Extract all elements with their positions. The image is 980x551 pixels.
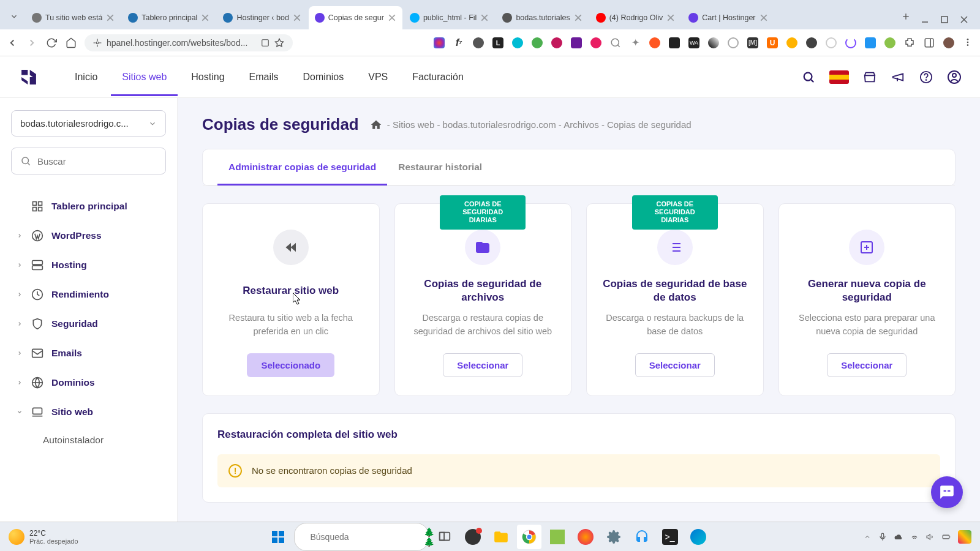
start-button[interactable] <box>266 525 290 549</box>
browser-tab[interactable]: Tablero principal <box>122 6 216 29</box>
sidebar-item-tablero-principal[interactable]: Tablero principal <box>11 192 166 221</box>
edge-app[interactable] <box>686 525 710 549</box>
tab-administrar-copias-de-seguridad[interactable]: Administrar copias de seguridad <box>217 149 387 185</box>
topnav-item-inicio[interactable]: Inicio <box>64 58 108 96</box>
account-icon[interactable] <box>947 70 962 84</box>
ext-icon[interactable]: L <box>492 37 503 48</box>
profile-avatar[interactable] <box>943 37 954 48</box>
browser-tab[interactable]: Hostinger ‹ bod <box>217 6 307 29</box>
url-input[interactable]: hpanel.hostinger.com/websites/bod... <box>85 34 293 51</box>
ext-icon[interactable]: [M] <box>747 37 758 48</box>
forward-button[interactable] <box>26 37 38 49</box>
tab-restaurar-historial[interactable]: Restaurar historial <box>387 149 493 185</box>
topnav-item-hosting[interactable]: Hosting <box>180 58 235 96</box>
browser-tab[interactable]: Copias de segur <box>309 6 402 29</box>
sidepanel-button[interactable] <box>924 37 935 48</box>
close-icon[interactable] <box>666 13 675 22</box>
select-button[interactable]: Seleccionar <box>827 353 907 377</box>
window-close[interactable] <box>960 15 969 23</box>
ext-icon[interactable] <box>806 37 817 48</box>
close-icon[interactable] <box>201 13 209 22</box>
close-icon[interactable] <box>388 13 396 22</box>
ext-icon[interactable] <box>826 37 837 48</box>
close-icon[interactable] <box>480 13 489 22</box>
sidebar-item-seguridad[interactable]: Seguridad <box>11 309 166 339</box>
ext-icon[interactable] <box>590 37 601 48</box>
home-button[interactable] <box>65 37 77 49</box>
select-button[interactable]: Seleccionado <box>247 353 334 377</box>
help-icon[interactable] <box>919 70 933 84</box>
ext-icon[interactable] <box>512 37 523 48</box>
task-view[interactable] <box>432 525 457 549</box>
select-button[interactable]: Seleccionar <box>443 353 522 377</box>
ext-icon[interactable]: ✦ <box>630 37 641 48</box>
terminal-app[interactable]: >_ <box>658 525 682 549</box>
tab-list-dropdown[interactable] <box>5 7 23 26</box>
ext-icon[interactable] <box>845 37 856 48</box>
back-button[interactable] <box>6 37 18 49</box>
topnav-item-vps[interactable]: VPS <box>357 58 399 96</box>
browser-tab[interactable]: (4) Rodrigo Oliv <box>590 6 682 29</box>
weather-widget[interactable]: 22°C Prác. despejado <box>9 529 78 545</box>
sidebar-item-wordpress[interactable]: WordPress <box>11 221 166 250</box>
file-explorer[interactable] <box>489 525 513 549</box>
announcements-icon[interactable] <box>891 70 905 84</box>
headphones-app[interactable] <box>630 525 654 549</box>
browser-tab[interactable]: Cart | Hostinger <box>682 6 774 29</box>
ext-icon[interactable] <box>865 37 876 48</box>
topnav-item-dominios[interactable]: Dominios <box>292 58 355 96</box>
firefox-app[interactable] <box>573 525 598 549</box>
close-icon[interactable] <box>760 13 768 22</box>
translate-icon[interactable] <box>261 39 270 47</box>
ext-icon[interactable] <box>884 37 895 48</box>
ext-icon[interactable] <box>728 37 739 48</box>
sidebar-item-emails[interactable]: Emails <box>11 339 166 368</box>
sidebar-item-dominios[interactable]: Dominios <box>11 368 166 397</box>
taskbar-search-input[interactable] <box>311 532 418 542</box>
notepad-app[interactable] <box>545 525 570 549</box>
new-tab-button[interactable] <box>897 7 915 26</box>
sidebar-search-input[interactable] <box>37 156 157 167</box>
select-button[interactable]: Seleccionar <box>635 353 715 377</box>
chat-fab[interactable] <box>931 476 963 508</box>
ext-icon[interactable] <box>708 37 719 48</box>
sidebar-subitem[interactable]: Autoinstalador <box>11 427 166 454</box>
onedrive-icon[interactable] <box>894 533 903 541</box>
browser-tab[interactable]: Tu sitio web está <box>26 6 121 29</box>
extensions-button[interactable] <box>904 37 915 48</box>
bookmark-star-icon[interactable] <box>274 38 284 48</box>
ext-icon[interactable] <box>610 37 621 48</box>
ext-icon[interactable] <box>551 37 562 48</box>
close-icon[interactable] <box>106 13 115 22</box>
marketplace-icon[interactable] <box>862 70 877 84</box>
browser-menu[interactable] <box>963 37 974 48</box>
ext-icon[interactable]: f7 <box>453 37 464 48</box>
microphone-icon[interactable] <box>878 533 887 541</box>
ext-icon[interactable] <box>532 37 543 48</box>
settings-app[interactable] <box>601 525 626 549</box>
ext-icon[interactable]: WA <box>688 37 699 48</box>
window-maximize[interactable] <box>941 15 949 23</box>
browser-tab[interactable]: public_html - Fil <box>404 6 496 29</box>
window-minimize[interactable] <box>921 15 930 23</box>
topnav-item-facturación[interactable]: Facturación <box>401 58 475 96</box>
sidebar-item-sitio-web[interactable]: Sitio web <box>11 397 166 427</box>
close-icon[interactable] <box>293 13 301 22</box>
reload-button[interactable] <box>45 37 58 49</box>
site-selector[interactable]: bodas.tutorialesrodrigo.c... <box>11 110 166 137</box>
tray-chevron-icon[interactable] <box>864 533 871 541</box>
ext-icon[interactable]: U <box>767 37 778 48</box>
taskbar-app[interactable] <box>461 525 485 549</box>
ext-icon[interactable] <box>669 37 680 48</box>
sidebar-item-hosting[interactable]: Hosting <box>11 250 166 280</box>
ext-icon[interactable] <box>473 37 484 48</box>
browser-tab[interactable]: bodas.tutoriales <box>496 6 588 29</box>
home-icon[interactable] <box>370 119 382 131</box>
ext-icon[interactable] <box>434 37 445 48</box>
hostinger-logo[interactable] <box>18 67 39 88</box>
topnav-item-sitios-web[interactable]: Sitios web <box>111 58 178 96</box>
ext-icon[interactable] <box>786 37 797 48</box>
close-icon[interactable] <box>574 13 582 22</box>
tray-app-icon[interactable] <box>958 530 971 544</box>
language-flag-spain[interactable] <box>829 70 849 84</box>
